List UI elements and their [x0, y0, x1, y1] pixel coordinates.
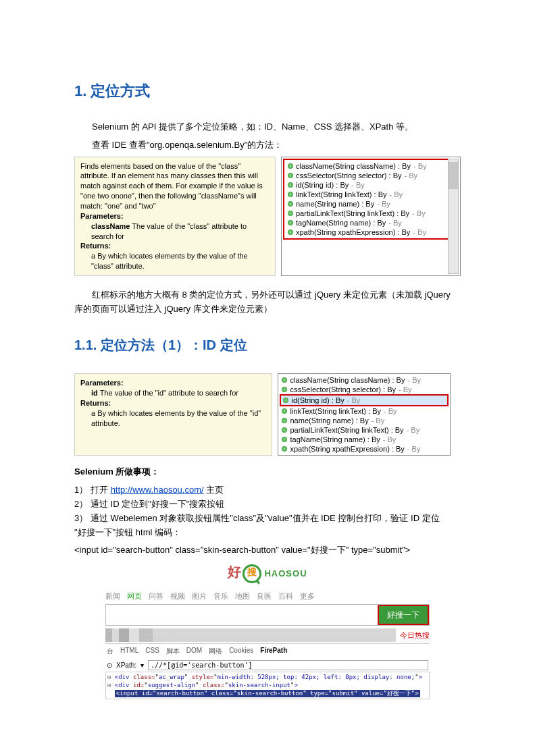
- devtools-tabs: 台HTMLCSS脚本DOM网络CookiesFirePath: [105, 643, 430, 659]
- api-item: cssSelector(String selector) : By - By: [286, 171, 456, 180]
- button-code: <input id="search-button" class="skin-se…: [74, 543, 461, 558]
- scrollbar[interactable]: [448, 159, 459, 274]
- heading-1-1: 1.1. 定位方法（1）：ID 定位: [74, 336, 461, 354]
- api-item: tagName(String name) : By - By: [280, 435, 449, 444]
- method-icon: [282, 427, 287, 433]
- search-bar: 好搜一下: [105, 604, 430, 626]
- figure-id-method: Parameters: id The value of the "id" att…: [74, 373, 461, 456]
- method-icon: [288, 211, 293, 216]
- api-item: linkText(String linkText) : By - By: [280, 406, 449, 416]
- api-item: id(String id) : By - By: [286, 180, 456, 190]
- haosou-screenshot: 好搜HAOSOU 新闻网页问答视频图片音乐地图良医百科更多 好搜一下 今日热搜 …: [105, 563, 430, 699]
- api-item-id-highlight: id(String id) : By - By: [280, 394, 449, 406]
- method-icon: [282, 387, 287, 392]
- haosou-logo: 好搜HAOSOU: [105, 563, 430, 583]
- method-icon: [288, 230, 293, 235]
- api-item: name(String name) : By - By: [286, 199, 456, 209]
- method-icon: [288, 182, 293, 188]
- method-icon: [282, 446, 287, 452]
- doc-returns-label: Returns:: [80, 242, 111, 250]
- doc-params-label: Parameters:: [80, 212, 124, 220]
- task-3: 3）通过 Webelemen 对象获取按钮属性"class"及"value"值并…: [74, 512, 461, 526]
- method-icon: [288, 192, 293, 197]
- method-icon: [282, 408, 287, 414]
- heading-1: 1. 定位方式: [74, 81, 461, 101]
- method-icon: [288, 201, 293, 207]
- xpath-input[interactable]: .//*[@id='search-button']: [148, 660, 428, 670]
- api-list-box-2: className(String className) : By - By cs…: [278, 373, 451, 456]
- api-item: className(String className) : By - By: [286, 161, 456, 171]
- method-icon: [283, 398, 288, 403]
- method-icon: [282, 437, 287, 442]
- method-icon: [282, 418, 287, 423]
- task-1: 1）打开 http://www.haosou.com/ 主页: [74, 483, 461, 497]
- doc-returns-label: Returns:: [80, 399, 111, 407]
- api-item: xpath(String xpathExpression) : By - By: [280, 444, 449, 454]
- today-hot-label: 今日热搜: [400, 628, 430, 642]
- search-input[interactable]: [106, 605, 378, 625]
- api-item: cssSelector(String selector) : By - By: [280, 385, 449, 394]
- javadoc-box-classname: Finds elements based on the value of the…: [74, 157, 276, 276]
- target-icon[interactable]: ⊙: [107, 662, 112, 669]
- api-item: className(String className) : By - By: [280, 375, 449, 385]
- intro-line-1: Selenium 的 API 提供了多个定位策略，如：ID、Name、CSS 选…: [74, 120, 461, 134]
- method-icon: [282, 377, 287, 383]
- thumbnail-strip: [105, 628, 396, 642]
- task-2: 2）通过 ID 定位到"好搜一下"搜索按钮: [74, 497, 461, 512]
- tasks-title: Selenium 所做事项：: [74, 465, 461, 479]
- api-item: linkText(String linkText) : By - By: [286, 190, 456, 199]
- doc-returns-text: a By which locates elements by the value…: [91, 408, 266, 429]
- api-list-box-1: className(String className) : By - By cs…: [281, 157, 461, 276]
- haosou-tabs: 新闻网页问答视频图片音乐地图良医百科更多: [105, 591, 430, 601]
- doc-params-label: Parameters:: [80, 379, 124, 387]
- doc-params-text: id The value of the "id" attribute to se…: [91, 388, 266, 398]
- xpath-row: ⊙ XPath: ▾ .//*[@id='search-button']: [105, 659, 430, 672]
- html-inspector: ⊞ <div class="ac_wrap" style="min-width:…: [105, 672, 430, 699]
- figure-api-overview: Finds elements based on the value of the…: [74, 157, 461, 276]
- api-item: name(String name) : By - By: [280, 416, 449, 425]
- api-item: tagName(String name) : By - By: [286, 218, 456, 227]
- intro-line-2: 查看 IDE 查看"org.openqa.selenium.By"的方法：: [74, 138, 461, 153]
- api-item: xpath(String xpathExpression) : By - By: [286, 227, 456, 237]
- red-box-note: 红框标示的地方大概有 8 类的定位方式，另外还可以通过 jQuery 来定位元素…: [74, 288, 461, 317]
- highlighted-input-element: <input id="search-button" class="skin-se…: [115, 690, 420, 698]
- button-code-note: "好搜一下"按钮 html 编码：: [74, 526, 461, 540]
- api-item: partialLinkText(String linkText) : By - …: [280, 425, 449, 435]
- method-icon: [288, 163, 293, 169]
- javadoc-box-id: Parameters: id The value of the "id" att…: [74, 373, 272, 456]
- method-icon: [288, 220, 293, 225]
- doc-returns-text: a By which locates elements by the value…: [91, 251, 270, 271]
- api-item: partialLinkText(String linkText) : By - …: [286, 209, 456, 218]
- search-button-highlight[interactable]: 好搜一下: [378, 605, 429, 625]
- method-icon: [288, 173, 293, 178]
- doc-text: Finds elements based on the value of the…: [80, 162, 263, 210]
- doc-params-text: className className The value of the "cl…: [91, 221, 270, 242]
- haosou-link[interactable]: http://www.haosou.com/: [111, 485, 204, 495]
